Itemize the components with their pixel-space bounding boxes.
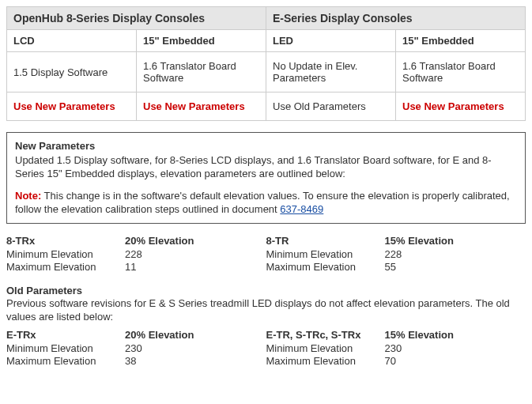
param-instruction-cell: Use New Parameters	[396, 93, 526, 121]
old-params-right-col: E-TR, S-TRc, S-TRx 15% Elevation Minimum…	[266, 329, 526, 368]
model-name: E-TR, S-TRc, S-TRx	[266, 329, 385, 341]
min-elev-label: Minimum Elevation	[266, 342, 385, 354]
max-elev-label: Maximum Elevation	[6, 261, 125, 273]
model-name: 8-TRx	[6, 235, 125, 247]
note-label: Note:	[15, 190, 41, 202]
note-text: This change is in the software's default…	[15, 190, 510, 216]
max-elev-label: Maximum Elevation	[266, 261, 385, 273]
sub-header: 15" Embedded	[396, 30, 526, 52]
model-name: 8-TR	[266, 235, 385, 247]
note-box-body: Updated 1.5 Display software, for 8-Seri…	[15, 153, 517, 181]
console-comparison-table: OpenHub 8-Series Display Consoles E-Seri…	[6, 6, 526, 121]
min-elev-label: Minimum Elevation	[6, 342, 125, 354]
note-box-note-line: Note: This change is in the software's d…	[15, 189, 517, 217]
model-name: E-TRx	[6, 329, 125, 341]
software-cell: No Update in Elev. Parameters	[266, 52, 396, 93]
min-elev-value: 228	[125, 248, 142, 260]
param-instruction-cell: Use New Parameters	[137, 93, 266, 121]
new-parameters-row: 8-TRx 20% Elevation Minimum Elevation228…	[6, 235, 526, 274]
software-cell: 1.6 Translator Board Software	[396, 52, 526, 93]
elevation-pct: 20% Elevation	[125, 235, 194, 247]
max-elev-value: 38	[125, 355, 136, 367]
old-parameters-title: Old Parameters	[6, 285, 526, 296]
old-params-left-col: E-TRx 20% Elevation Minimum Elevation230…	[6, 329, 266, 368]
software-cell: 1.6 Translator Board Software	[137, 52, 266, 93]
min-elev-value: 230	[385, 342, 402, 354]
calibration-doc-link[interactable]: 637-8469	[280, 203, 323, 215]
new-parameters-note-box: New Parameters Updated 1.5 Display softw…	[6, 132, 526, 224]
max-elev-value: 55	[385, 261, 396, 273]
sub-header: LCD	[7, 30, 137, 52]
new-params-right-col: 8-TR 15% Elevation Minimum Elevation228 …	[266, 235, 526, 274]
max-elev-value: 11	[125, 261, 136, 273]
elevation-pct: 20% Elevation	[125, 329, 194, 341]
min-elev-value: 228	[385, 248, 402, 260]
new-params-left-col: 8-TRx 20% Elevation Minimum Elevation228…	[6, 235, 266, 274]
min-elev-value: 230	[125, 342, 142, 354]
elevation-pct: 15% Elevation	[385, 235, 454, 247]
software-cell: 1.5 Display Software	[7, 52, 137, 93]
param-instruction-cell: Use Old Parameters	[266, 93, 396, 121]
group-header-8series: OpenHub 8-Series Display Consoles	[7, 7, 266, 30]
min-elev-label: Minimum Elevation	[266, 248, 385, 260]
old-parameters-desc: Previous software revisions for E & S Se…	[6, 296, 526, 324]
max-elev-label: Maximum Elevation	[266, 355, 385, 367]
group-header-eseries: E-Series Display Consoles	[266, 7, 526, 30]
max-elev-value: 70	[385, 355, 396, 367]
sub-header: 15" Embedded	[137, 30, 266, 52]
note-box-title: New Parameters	[15, 139, 517, 153]
elevation-pct: 15% Elevation	[385, 329, 454, 341]
old-parameters-row: E-TRx 20% Elevation Minimum Elevation230…	[6, 329, 526, 368]
param-instruction-cell: Use New Parameters	[7, 93, 137, 121]
max-elev-label: Maximum Elevation	[6, 355, 125, 367]
sub-header: LED	[266, 30, 396, 52]
min-elev-label: Minimum Elevation	[6, 248, 125, 260]
